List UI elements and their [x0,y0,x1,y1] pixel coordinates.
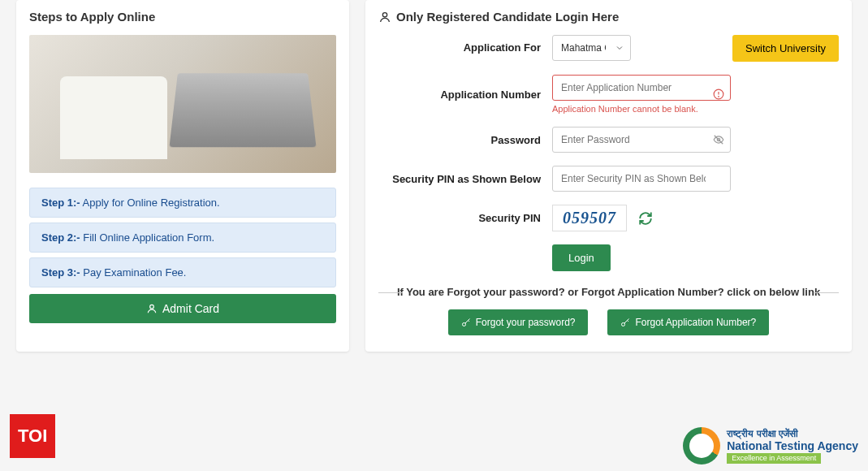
forgot-prompt: If You are Forgot your password? or Forg… [378,286,839,298]
nta-logo: राष्ट्रीय परीक्षा एजेंसी National Testin… [683,427,858,465]
svg-point-8 [622,323,625,326]
hero-image [29,35,336,173]
step-text: Fill Online Application Form. [80,231,214,244]
switch-university-button[interactable]: Switch University [732,35,839,62]
svg-point-1 [382,12,386,16]
refresh-icon[interactable] [638,211,653,226]
admit-card-label: Admit Card [162,302,219,315]
login-panel: Only Registered Candidate Login Here App… [365,0,852,352]
svg-point-0 [150,305,154,309]
steps-panel: Steps to Apply Online Step 1:- Apply for… [16,0,349,352]
security-pin-input[interactable] [552,166,731,192]
application-number-label: Application Number [378,89,541,101]
step-label: Step 3:- [41,266,80,279]
nta-english: National Testing Agency [727,439,858,453]
admit-card-button[interactable]: Admit Card [29,294,336,323]
key-icon [620,318,630,327]
application-for-label: Application For [378,35,541,54]
nta-logo-icon [683,427,720,465]
login-title: Only Registered Candidate Login Here [378,10,839,24]
forgot-password-button[interactable]: Forgot your password? [448,309,589,335]
key-icon [461,318,471,327]
svg-point-4 [719,97,719,97]
application-number-input[interactable] [552,75,731,101]
nta-hindi: राष्ट्रीय परीक्षा एजेंसी [727,428,858,439]
step-item: Step 1:- Apply for Online Registration. [29,188,336,218]
application-number-error: Application Number cannot be blank. [552,104,731,114]
user-icon [378,11,391,24]
alert-icon [713,89,724,100]
step-label: Step 2:- [41,231,80,244]
eye-off-icon[interactable] [713,134,724,145]
steps-title: Steps to Apply Online [29,10,336,24]
user-icon [146,303,158,314]
security-pin-label: Security PIN [378,212,541,224]
login-button[interactable]: Login [552,244,611,271]
step-label: Step 1:- [41,197,80,209]
step-text: Apply for Online Registration. [80,197,220,209]
forgot-app-number-button[interactable]: Forgot Application Number? [607,309,769,335]
step-item: Step 3:- Pay Examination Fee. [29,257,336,287]
security-pin-below-label: Security PIN as Shown Below [378,173,541,185]
svg-point-7 [462,323,465,326]
toi-badge: TOI [10,414,55,458]
captcha-image: 059507 [552,205,627,231]
step-text: Pay Examination Fee. [80,266,187,279]
password-input[interactable] [552,127,731,153]
step-item: Step 2:- Fill Online Application Form. [29,223,336,253]
university-select[interactable]: Mahatma Gandhi Central University [552,35,631,61]
nta-tagline: Excellence in Assessment [727,453,821,464]
password-label: Password [378,134,541,146]
